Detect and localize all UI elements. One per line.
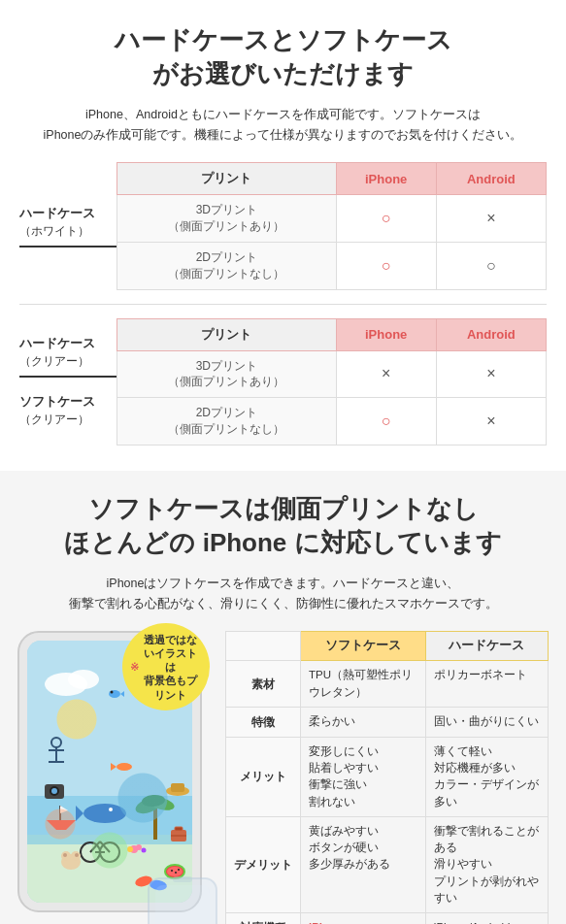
svg-point-23 [136, 844, 142, 850]
svg-rect-32 [171, 830, 186, 842]
svg-point-12 [142, 794, 166, 808]
svg-point-15 [109, 808, 113, 811]
svg-line-19 [100, 842, 110, 852]
content-area: ※透過ではないイラストは背景色もプリント [17, 631, 549, 924]
cmp-row-demerit-soft: 黄ばみやすいボタンが硬い多少厚みがある [301, 816, 426, 912]
svg-point-45 [178, 869, 180, 871]
svg-rect-37 [45, 784, 64, 799]
svg-rect-7 [59, 806, 61, 820]
svg-line-18 [90, 842, 100, 852]
clear-case-hint [144, 874, 221, 924]
table2-section: ハードケース（クリアー） ソフトケース（クリアー） プリント iPhone An… [19, 318, 547, 446]
svg-rect-56 [155, 885, 210, 924]
svg-point-48 [111, 691, 114, 694]
table1-header-print: プリント [117, 163, 337, 195]
cmp-row-feature-label: 特徴 [226, 707, 301, 737]
table1-label: ハードケース（ホワイト） [19, 201, 117, 248]
table-row: 3Dプリント（側面プリントあり） × × [117, 350, 547, 398]
phone-container: ※透過ではないイラストは背景色もプリント [17, 631, 202, 912]
svg-point-27 [71, 851, 81, 861]
svg-marker-47 [120, 691, 124, 697]
table2-label2: ソフトケース（クリアー） [19, 389, 117, 432]
svg-marker-31 [111, 763, 117, 771]
cmp-row-demerit-hard: 衝撃で割れることがある滑りやすいプリントが剥がれやすい [425, 816, 548, 912]
cmp-row-feature-hard: 固い・曲がりにくい [425, 707, 548, 737]
cmp-row-merit-hard: 薄くて軽い対応機種が多いカラー・デザインが多い [425, 737, 548, 816]
section2-soft-case: ソフトケースは側面プリントなしほとんどの iPhone に対応しています iPh… [0, 471, 566, 924]
cmp-row-merit-soft: 変形しにくい貼着しやすい衝撃に強い割れない [301, 737, 426, 816]
svg-marker-8 [60, 806, 68, 813]
svg-point-22 [127, 846, 133, 852]
table2-row1-android: × [436, 350, 546, 398]
table2: プリント iPhone Android 3Dプリント（側面プリントあり） × ×… [117, 318, 547, 446]
svg-point-28 [63, 853, 67, 857]
table1-row1-android: × [436, 195, 546, 243]
table1-row2-iphone: ○ [336, 243, 436, 290]
table1-side-labels: ハードケース（ホワイト） [19, 162, 117, 289]
svg-point-35 [166, 786, 189, 796]
yellow-callout: ※透過ではないイラストは背景色もプリント [122, 623, 210, 710]
svg-point-13 [83, 804, 126, 823]
svg-point-3 [45, 673, 87, 696]
cmp-row-material-label: 素材 [226, 661, 301, 708]
table2-header-print: プリント [117, 318, 337, 350]
svg-rect-36 [171, 783, 184, 792]
svg-point-26 [61, 851, 71, 861]
table2-header-iphone: iPhone [336, 318, 436, 350]
section1-description: iPhone、Androidともにハードケースを作成可能です。ソフトケースはiP… [19, 105, 547, 145]
phone-illustration-side: ※透過ではないイラストは背景色もプリント [17, 631, 212, 924]
clear-case-svg [144, 874, 221, 924]
compare-table-section: ソフトケース ハードケース 素材 TPU（熱可塑性ポリウレタン） ポリカーボネー… [225, 631, 549, 924]
table2-side-labels: ハードケース（クリアー） ソフトケース（クリアー） [19, 318, 117, 446]
svg-point-39 [51, 788, 57, 794]
cmp-header-hard: ハードケース [425, 632, 548, 661]
cmp-row-model-label: 対応機種 [226, 913, 301, 925]
svg-rect-33 [175, 827, 183, 831]
table-row: 対応機種 iPhone iPhone/Android [226, 913, 549, 925]
table2-row1-iphone: × [336, 350, 436, 398]
table1-row2-label: 2Dプリント（側面プリントなし） [117, 243, 337, 290]
table2-label1: ハードケース（クリアー） [19, 331, 117, 378]
svg-point-4 [68, 670, 99, 689]
section2-description: iPhoneはソフトケースを作成できます。ハードケースと違い、衝撃で割れる心配が… [17, 574, 549, 613]
compare-table: ソフトケース ハードケース 素材 TPU（熱可塑性ポリウレタン） ポリカーボネー… [225, 631, 549, 924]
svg-point-24 [142, 848, 147, 853]
table1-header-android: Android [436, 163, 546, 195]
svg-point-46 [109, 690, 120, 698]
cmp-header-soft: ソフトケース [301, 632, 426, 661]
table1-header-iphone: iPhone [336, 163, 436, 195]
table-row: 3Dプリント（側面プリントあり） ○ × [117, 195, 547, 243]
svg-point-38 [50, 786, 59, 796]
cmp-row-material-soft: TPU（熱可塑性ポリウレタン） [301, 661, 426, 708]
section2-title: ソフトケースは側面プリントなしほとんどの iPhone に対応しています [17, 492, 549, 560]
svg-point-30 [117, 763, 132, 771]
cmp-row-feature-soft: 柔らかい [301, 707, 426, 737]
svg-marker-14 [76, 806, 83, 821]
table-row: メリット 変形しにくい貼着しやすい衝撃に強い割れない 薄くて軽い対応機種が多いカ… [226, 737, 549, 816]
table1-section: ハードケース（ホワイト） プリント iPhone Android 3Dプリント（… [19, 162, 547, 289]
cmp-row-merit-label: メリット [226, 737, 301, 816]
table2-row2-label: 2Dプリント（側面プリントなし） [117, 398, 337, 446]
table2-right: プリント iPhone Android 3Dプリント（側面プリントあり） × ×… [117, 318, 547, 446]
svg-point-43 [171, 870, 173, 872]
table1-right: プリント iPhone Android 3Dプリント（側面プリントあり） ○ ×… [117, 162, 547, 289]
table-row: デメリット 黄ばみやすいボタンが硬い多少厚みがある 衝撃で割れることがある滑りや… [226, 816, 549, 912]
table-row: 2Dプリント（側面プリントなし） ○ × [117, 398, 547, 446]
cmp-row-demerit-label: デメリット [226, 816, 301, 912]
svg-rect-57 [173, 876, 192, 882]
divider [19, 304, 547, 305]
table1-row1-label: 3Dプリント（側面プリントあり） [117, 195, 337, 243]
table1-row2-android: ○ [436, 243, 546, 290]
svg-point-17 [100, 842, 119, 862]
svg-point-16 [81, 842, 100, 862]
svg-marker-6 [47, 820, 76, 830]
table2-row2-android: × [436, 398, 546, 446]
svg-point-10 [133, 795, 163, 817]
cmp-row-material-hard: ポリカーボネート [425, 661, 548, 708]
table1-row1-iphone: ○ [336, 195, 436, 243]
table2-row1-label: 3Dプリント（側面プリントあり） [117, 350, 337, 398]
cmp-empty-header [226, 632, 301, 661]
table-row: 特徴 柔らかい 固い・曲がりにくい [226, 707, 549, 737]
table1: プリント iPhone Android 3Dプリント（側面プリントあり） ○ ×… [117, 162, 547, 289]
cmp-row-model-hard: iPhone/Android [425, 913, 548, 925]
